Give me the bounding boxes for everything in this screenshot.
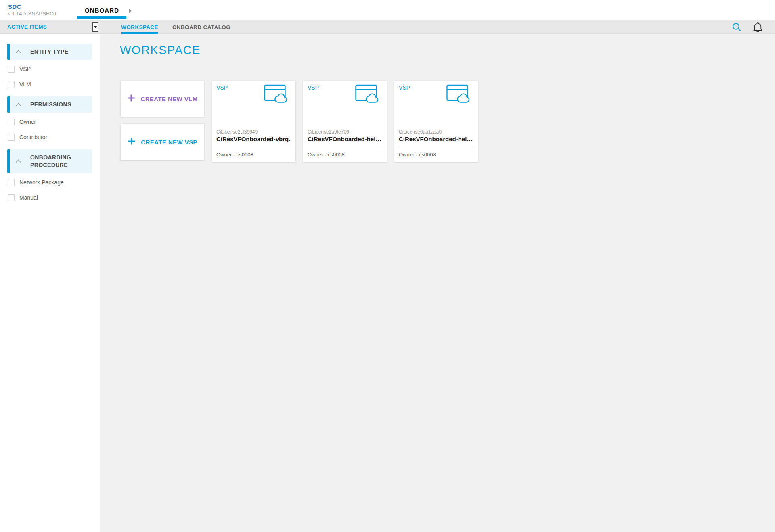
active-items-select-value: ACTIVE ITEMS <box>7 24 47 30</box>
filter-item-owner[interactable]: Owner <box>8 116 100 128</box>
software-product-cloud-icon <box>355 84 379 104</box>
card-info: CiLicense6aa1aea6 CiResVFOnboarded-hel… <box>399 129 473 143</box>
filter-item-network-package[interactable]: Network Package <box>8 176 100 188</box>
checkbox[interactable] <box>8 81 15 88</box>
app-header: SDC v.1.14.5-SNAPSHOT ONBOARD <box>0 0 775 20</box>
active-items-select[interactable]: ACTIVE ITEMS <box>1 22 98 32</box>
tab-onboard-catalog[interactable]: ONBOARD CATALOG <box>171 20 232 34</box>
cards-row: CREATE NEW VLM CREATE NEW VSP VSP <box>121 81 478 162</box>
filter-item-label: VSP <box>19 66 31 72</box>
logo-version: v.1.14.5-SNAPSHOT <box>8 11 57 17</box>
card-name-label: CiResVFOnboarded-vbrg… <box>216 135 291 143</box>
card-info: CiLicense2a9fe706 CiResVFOnboarded-hel… <box>308 129 382 143</box>
subnav-filter-area: ACTIVE ITEMS <box>0 20 100 34</box>
filter-item-vlm[interactable]: VLM <box>8 78 100 90</box>
vsp-card[interactable]: VSP CiLicense6aa1aea6 CiResVFOnboarded-h… <box>394 81 478 162</box>
filter-section-title: PERMISSIONS <box>30 101 71 108</box>
caret-right-icon[interactable] <box>129 8 132 15</box>
filter-section-permissions[interactable]: PERMISSIONS <box>7 96 92 113</box>
card-vendor-label: CiLicense6aa1aea6 <box>399 129 473 135</box>
card-vendor-label: CiLicense2a9fe706 <box>308 129 382 135</box>
create-new-vsp-label: CREATE NEW VSP <box>141 139 197 146</box>
create-new-vlm-label: CREATE NEW VLM <box>140 96 197 102</box>
checkbox[interactable] <box>8 134 15 141</box>
filter-sidebar: ENTITY TYPE VSP VLM PERMISSIONS Owner Co… <box>0 34 100 532</box>
filter-item-contributor[interactable]: Contributor <box>8 131 100 143</box>
search-icon[interactable] <box>732 23 741 32</box>
card-name-label: CiResVFOnboarded-hel… <box>308 135 382 143</box>
filter-section-title: ENTITY TYPE <box>30 48 68 56</box>
tab-onboard-label: ONBOARD <box>85 7 119 14</box>
create-new-vsp-button[interactable]: CREATE NEW VSP <box>121 124 204 160</box>
filter-section-title: ONBOARDING PROCEDURE <box>30 154 88 169</box>
card-vendor-label: CiLicense2cf39649 <box>216 129 291 135</box>
checkbox[interactable] <box>8 179 15 186</box>
notifications-bell-icon[interactable] <box>752 21 763 33</box>
checkbox[interactable] <box>8 194 15 201</box>
vsp-card[interactable]: VSP CiLicense2a9fe706 CiResVFOnboarded-h… <box>303 81 387 162</box>
tab-onboard-catalog-label: ONBOARD CATALOG <box>172 24 230 30</box>
tab-onboard-active-underline <box>78 16 126 19</box>
filter-item-label: Network Package <box>19 179 64 186</box>
caret-down-icon[interactable] <box>92 22 98 32</box>
filter-item-label: Manual <box>19 194 38 201</box>
tab-workspace-active-underline <box>121 32 158 34</box>
card-info: CiLicense2cf39649 CiResVFOnboarded-vbrg… <box>216 129 291 143</box>
subnav-bar: ACTIVE ITEMS WORKSPACE ONBOARD CATALOG <box>0 20 775 34</box>
create-buttons-column: CREATE NEW VLM CREATE NEW VSP <box>121 81 204 160</box>
logo-title: SDC <box>8 4 57 10</box>
filter-item-vsp[interactable]: VSP <box>8 63 100 75</box>
filter-item-label: VLM <box>19 81 31 88</box>
filter-item-label: Contributor <box>19 134 47 140</box>
sdc-onboarding-app: SDC v.1.14.5-SNAPSHOT ONBOARD ACTIVE ITE… <box>0 0 775 532</box>
workspace-main: WORKSPACE CREATE NEW VLM CREATE NEW VSP <box>100 34 775 532</box>
card-owner-label: Owner - cs0008 <box>216 148 291 162</box>
filter-item-label: Owner <box>19 119 36 125</box>
software-product-cloud-icon <box>446 84 470 104</box>
tab-workspace-label: WORKSPACE <box>121 24 158 30</box>
chevron-up-icon <box>15 50 21 54</box>
filter-section-onboarding-procedure[interactable]: ONBOARDING PROCEDURE <box>7 149 92 173</box>
checkbox[interactable] <box>8 119 15 125</box>
vsp-card[interactable]: VSP CiLicense2cf39649 CiResVFOnboarded-v… <box>212 81 295 162</box>
plus-icon <box>127 94 135 104</box>
card-name-label: CiResVFOnboarded-hel… <box>399 135 473 143</box>
software-product-cloud-icon <box>264 84 287 104</box>
chevron-up-icon <box>15 159 21 163</box>
create-new-vlm-button[interactable]: CREATE NEW VLM <box>121 81 204 117</box>
card-owner-label: Owner - cs0008 <box>308 148 382 162</box>
sdc-logo[interactable]: SDC v.1.14.5-SNAPSHOT <box>8 4 57 17</box>
tab-workspace[interactable]: WORKSPACE <box>119 20 160 34</box>
plus-icon <box>128 137 136 147</box>
filter-item-manual[interactable]: Manual <box>8 192 100 204</box>
chevron-up-icon <box>15 103 21 106</box>
checkbox[interactable] <box>8 66 15 73</box>
filter-section-entity-type[interactable]: ENTITY TYPE <box>7 44 92 60</box>
page-title: WORKSPACE <box>120 44 201 57</box>
card-owner-label: Owner - cs0008 <box>399 148 473 162</box>
